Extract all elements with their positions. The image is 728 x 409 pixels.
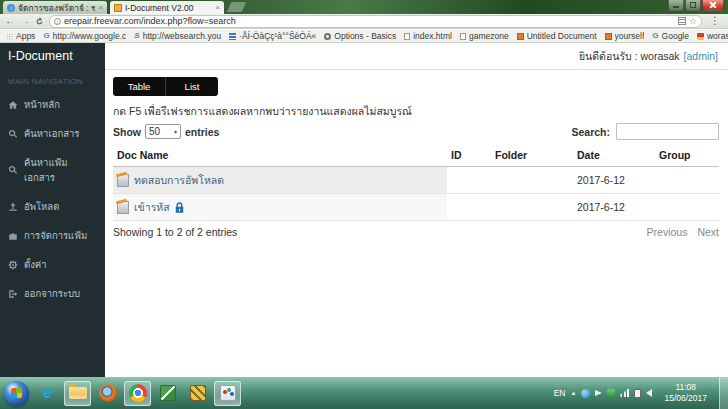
chrome-menu-icon[interactable]: ⋮ bbox=[707, 16, 723, 26]
bookmark-item[interactable]: Ghttp://www.google.c bbox=[43, 31, 126, 41]
sidebar-item-upload[interactable]: อัพโหลด bbox=[0, 192, 105, 221]
page-info-icon[interactable]: i bbox=[54, 18, 61, 25]
apps-shortcut[interactable]: Apps bbox=[6, 31, 35, 41]
entries-select[interactable]: 50 ▾ bbox=[145, 124, 181, 139]
taskbar-clock[interactable]: 11:08 15/06/2017 bbox=[657, 382, 714, 403]
network-signal-icon[interactable] bbox=[620, 389, 629, 397]
tray-green-icon[interactable] bbox=[607, 389, 615, 397]
taskbar-paint-button[interactable] bbox=[214, 381, 241, 406]
windows-logo-icon bbox=[11, 388, 22, 398]
back-icon[interactable]: ← bbox=[5, 16, 15, 26]
table-view-button[interactable]: Table bbox=[113, 77, 166, 96]
search-icon bbox=[8, 129, 18, 139]
app-brand: I-Document bbox=[0, 43, 105, 69]
action-center-flag-icon[interactable] bbox=[595, 390, 602, 396]
maximize-button[interactable] bbox=[685, 0, 701, 11]
google-favicon-icon: G bbox=[43, 32, 49, 40]
next-page-button[interactable]: Next bbox=[697, 226, 719, 238]
view-toggle-group: Table List bbox=[113, 77, 218, 96]
column-header-doc-name[interactable]: Doc Name bbox=[113, 145, 447, 167]
sidebar-item-settings[interactable]: ตั้งค่า bbox=[0, 250, 105, 279]
close-window-button[interactable] bbox=[702, 0, 724, 11]
new-tab-button[interactable] bbox=[227, 2, 247, 12]
tray-app-icon[interactable] bbox=[581, 389, 590, 398]
address-bar[interactable]: i erepair.freevar.com/index.php?flow=sea… bbox=[49, 15, 702, 28]
close-tab-icon[interactable]: × bbox=[215, 4, 220, 12]
document-link[interactable]: ทดสอบการอัพโหลด bbox=[117, 172, 443, 189]
bookmark-item[interactable]: gamezone bbox=[460, 31, 509, 41]
start-button[interactable] bbox=[4, 381, 29, 406]
document-link[interactable]: เข้ารหัส bbox=[117, 199, 443, 216]
minimize-button[interactable] bbox=[668, 0, 684, 11]
column-header-date[interactable]: Date bbox=[573, 145, 655, 167]
entries-select-value: 50 bbox=[149, 126, 160, 137]
show-desktop-button[interactable] bbox=[719, 377, 728, 409]
sidebar-item-home[interactable]: หน้าหลัก bbox=[0, 90, 105, 119]
taskbar-zip-button[interactable] bbox=[184, 381, 211, 406]
table-header-row: Doc Name ID Folder Date Group bbox=[113, 145, 719, 167]
previous-page-button[interactable]: Previous bbox=[647, 226, 688, 238]
cell-date: 2017-6-12 bbox=[573, 167, 655, 194]
internet-explorer-icon: e bbox=[43, 385, 52, 401]
bookmark-item[interactable]: Shttp://websearch.you bbox=[134, 31, 221, 41]
entries-control: Show 50 ▾ entries bbox=[113, 124, 219, 139]
cell-group bbox=[655, 167, 719, 194]
entries-label: entries bbox=[185, 126, 219, 138]
taskbar-chrome-button[interactable] bbox=[124, 381, 151, 406]
window-controls bbox=[668, 0, 724, 11]
info-favicon-icon: i bbox=[7, 4, 15, 12]
sign-out-icon bbox=[8, 289, 18, 299]
flame-favicon-icon bbox=[697, 33, 704, 40]
bookmark-item[interactable]: ·ÅÍ-ÒàÇç¹à°°ŠèÒÁ« bbox=[229, 31, 316, 41]
document-icon bbox=[117, 174, 129, 187]
taskbar-explorer-button[interactable] bbox=[64, 381, 91, 406]
power-plug-icon[interactable] bbox=[634, 389, 641, 398]
refresh-icon[interactable] bbox=[35, 17, 44, 26]
cell-folder bbox=[491, 167, 573, 194]
tab-title: I-Document V2.00 bbox=[125, 3, 212, 13]
bookmark-item[interactable]: index.html bbox=[404, 31, 452, 41]
taskbar-editor-button[interactable] bbox=[154, 381, 181, 406]
firefox-icon bbox=[99, 384, 117, 402]
content-panel: Table List กด F5 เพื่อรีเฟรชการแสดงผลหาก… bbox=[105, 70, 728, 238]
language-indicator[interactable]: EN bbox=[554, 388, 566, 398]
chevron-down-icon: ▾ bbox=[174, 128, 177, 135]
sidebar-item-logout[interactable]: ออกจากระบบ bbox=[0, 279, 105, 308]
bookmark-item[interactable]: yourself bbox=[605, 31, 645, 41]
translate-icon[interactable] bbox=[678, 17, 686, 25]
url-text[interactable]: erepair.freevar.com/index.php?flow=searc… bbox=[64, 16, 675, 26]
folder-icon bbox=[69, 387, 87, 399]
close-tab-icon[interactable]: × bbox=[98, 4, 103, 12]
forward-icon[interactable]: → bbox=[20, 16, 30, 26]
search-icon bbox=[8, 165, 18, 175]
tray-expand-icon[interactable]: ▲ bbox=[571, 390, 577, 396]
admin-link[interactable]: [admin] bbox=[684, 50, 718, 62]
sidebar-item-folder-management[interactable]: การจัดการแฟ้ม bbox=[0, 221, 105, 250]
bookmarks-bar: Apps Ghttp://www.google.c Shttp://websea… bbox=[0, 30, 728, 43]
bookmark-item[interactable]: Options - Basics bbox=[324, 31, 396, 41]
sidebar-item-search-documents[interactable]: ค้นหาเอกสาร bbox=[0, 119, 105, 148]
upload-icon bbox=[8, 202, 18, 212]
search-control: Search: bbox=[571, 123, 719, 140]
sidebar: I-Document MAIN NAVIGATION หน้าหลัก ค้นห… bbox=[0, 43, 105, 377]
tab-title: จัดการของฟรีดาจ์ : ชุปภาพป bbox=[18, 1, 95, 15]
table-footer: Showing 1 to 2 of 2 entries Previous Nex… bbox=[113, 226, 719, 238]
page-viewport: I-Document MAIN NAVIGATION หน้าหลัก ค้นห… bbox=[0, 43, 728, 377]
taskbar-firefox-button[interactable] bbox=[94, 381, 121, 406]
browser-tab-active[interactable]: I-Document V2.00 × bbox=[110, 1, 224, 14]
search-input[interactable] bbox=[616, 123, 719, 140]
column-header-id[interactable]: ID bbox=[447, 145, 491, 167]
column-header-group[interactable]: Group bbox=[655, 145, 719, 167]
speaker-icon[interactable] bbox=[646, 389, 652, 397]
table-controls: Show 50 ▾ entries Search: bbox=[113, 123, 719, 140]
browser-tab-inactive[interactable]: i จัดการของฟรีดาจ์ : ชุปภาพป × bbox=[3, 1, 107, 14]
sidebar-item-search-folders[interactable]: ค้นหาแฟ้มเอกสาร bbox=[0, 148, 105, 192]
bookmark-item[interactable]: GGoogle bbox=[652, 31, 689, 41]
list-view-button[interactable]: List bbox=[166, 77, 218, 96]
websearch-favicon-icon: S bbox=[134, 32, 139, 40]
bookmark-item[interactable]: worasak.eu5.org / loc bbox=[697, 31, 728, 41]
bookmark-star-icon[interactable]: ☆ bbox=[689, 17, 697, 26]
column-header-folder[interactable]: Folder bbox=[491, 145, 573, 167]
taskbar-ie-button[interactable]: e bbox=[34, 381, 61, 406]
bookmark-item[interactable]: Untitled Document bbox=[517, 31, 597, 41]
